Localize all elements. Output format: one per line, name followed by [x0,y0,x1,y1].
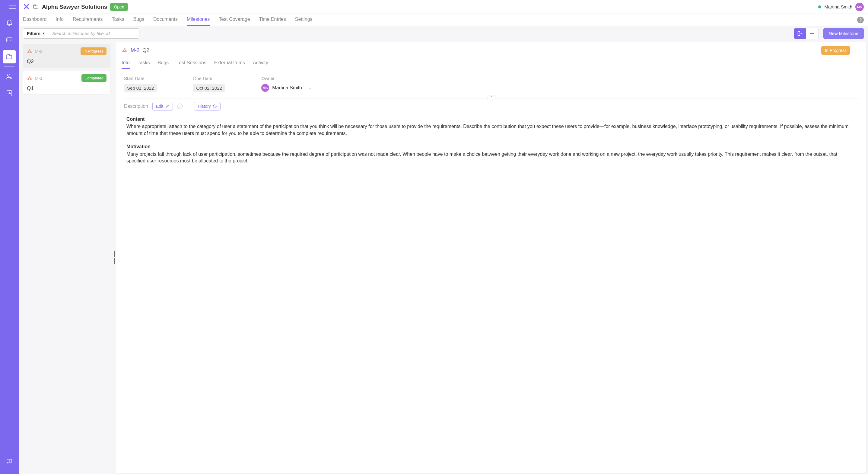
chevron-down-icon: ⌄ [308,85,312,90]
milestone-card[interactable]: M-2 In Progress Q2 [23,44,111,68]
sidebar-notifications[interactable] [3,16,16,30]
detail-tabs: Info Tasks Bugs Test Sessions External I… [122,60,861,69]
start-date-label: Start Date [124,76,157,81]
history-button[interactable]: History [194,102,221,111]
milestone-status-badge: Completed [82,74,106,82]
milestone-card[interactable]: M-1 Completed Q1 [23,71,111,95]
brand-logo-icon[interactable]: ✕ [23,2,29,12]
milestone-list: M-2 In Progress Q2 M-1 Completed Q1 [19,41,113,474]
milestones-toolbar: Filters ▼ New Milestone [19,26,868,41]
owner-selector[interactable]: MS Martina Smith ⌄ [261,84,312,92]
detail-status-badge[interactable]: In Progress [821,46,850,55]
caret-down-icon: ▼ [42,32,45,35]
tab-bugs[interactable]: Bugs [133,14,144,26]
sidebar-projects[interactable] [3,50,16,63]
svg-rect-4 [798,31,800,35]
view-cards-button[interactable] [794,28,806,39]
menu-toggle-icon[interactable] [9,4,16,10]
milestone-icon [122,48,128,54]
owner-avatar: MS [261,84,269,92]
owner-name: Martina Smith [272,85,302,91]
new-milestone-button[interactable]: New Milestone [823,28,864,39]
sidebar-users[interactable] [3,70,16,83]
milestone-id: M-2 [35,49,42,54]
milestone-icon [27,76,32,81]
panel-resize-handle[interactable] [113,41,116,474]
tab-test-coverage[interactable]: Test Coverage [219,14,250,26]
due-date-value[interactable]: Oct 02, 2022 [193,84,225,92]
owner-block: Owner MS Martina Smith ⌄ [261,76,312,92]
detail-tab-test-sessions[interactable]: Test Sessions [177,60,206,69]
project-icon [33,3,39,10]
filters-label: Filters [27,31,40,36]
user-online-indicator [818,5,821,8]
help-icon[interactable]: ? [857,17,864,23]
tab-requirements[interactable]: Requirements [73,14,103,26]
description-content: Content Where appropriate, attach to the… [124,116,859,164]
milestone-icon [27,49,32,54]
detail-tab-info[interactable]: Info [122,60,130,69]
motivation-body: Many projects fail through lack of user … [126,151,856,165]
tab-tasks[interactable]: Tasks [112,14,124,26]
project-nav-tabs: Dashboard Info Requirements Tasks Bugs D… [19,14,868,26]
detail-tab-bugs[interactable]: Bugs [158,60,169,69]
milestone-detail-panel: M-2 Q2 In Progress ⋮ Info Tasks Bugs Tes… [116,42,867,473]
view-list-button[interactable] [806,28,818,39]
detail-milestone-title: Q2 [143,48,149,54]
content-body: Where appropriate, attach to the categor… [126,123,856,137]
sidebar-separator [4,66,14,67]
tab-dashboard[interactable]: Dashboard [23,14,46,26]
current-user-name[interactable]: Martina Smith [824,4,852,9]
tab-settings[interactable]: Settings [295,14,313,26]
tab-documents[interactable]: Documents [153,14,178,26]
tab-milestones[interactable]: Milestones [187,14,210,26]
info-icon[interactable]: i [177,103,183,109]
edit-description-button[interactable]: Edit [152,102,173,111]
description-label: Description [124,103,148,109]
vertical-sidebar [0,0,19,474]
start-date-block: Start Date Sep 01, 2022 [124,76,157,92]
owner-label: Owner [261,76,312,81]
more-actions-icon[interactable]: ⋮ [855,47,861,54]
detail-tab-tasks[interactable]: Tasks [137,60,150,69]
project-name[interactable]: Alpha Sawyer Solutions [42,4,107,10]
detail-tab-external-items[interactable]: External Items [214,60,245,69]
svg-point-2 [10,77,12,79]
top-bar: ✕ Alpha Sawyer Solutions Open Martina Sm… [19,0,868,14]
sidebar-support[interactable] [3,455,16,468]
svg-rect-0 [7,38,12,42]
view-toggle [794,28,818,39]
history-icon [213,104,217,108]
content-area: M-2 In Progress Q2 M-1 Completed Q1 [19,41,868,474]
motivation-heading: Motivation [126,143,856,150]
detail-tab-activity[interactable]: Activity [253,60,268,69]
content-heading: Content [126,116,856,123]
detail-milestone-id[interactable]: M-2 [131,48,140,54]
main-column: ✕ Alpha Sawyer Solutions Open Martina Sm… [19,0,868,474]
tab-info[interactable]: Info [56,14,64,26]
sidebar-reports[interactable] [3,87,16,100]
milestone-status-badge: In Progress [81,48,106,55]
tab-time-entries[interactable]: Time Entries [259,14,286,26]
milestone-id: M-1 [35,76,42,81]
svg-point-1 [7,74,10,77]
project-status-badge: Open [110,3,128,11]
due-date-label: Due Date [193,76,225,81]
start-date-value[interactable]: Sep 01, 2022 [124,84,157,92]
due-date-block: Due Date Oct 02, 2022 [193,76,225,92]
milestone-title: Q2 [27,59,106,65]
current-user-avatar[interactable]: MS [855,3,864,11]
milestone-title: Q1 [27,85,106,91]
sidebar-dashboard[interactable] [3,33,16,47]
filters-button[interactable]: Filters ▼ [23,28,49,39]
search-input[interactable] [49,28,140,39]
pencil-icon [165,104,169,108]
collapse-meta-icon[interactable]: ⌃ [488,95,495,100]
